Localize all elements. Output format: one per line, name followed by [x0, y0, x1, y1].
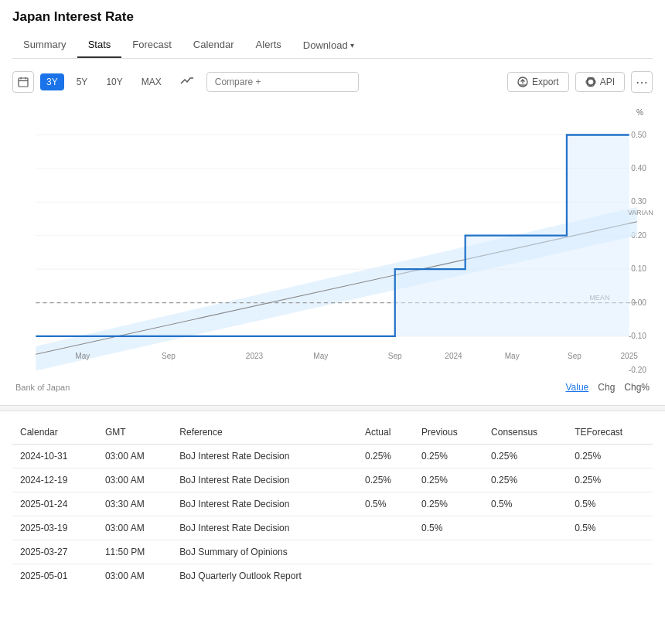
cell-previous: 0.25% [414, 492, 483, 516]
svg-text:0.40: 0.40 [631, 164, 646, 172]
cell-actual [357, 516, 414, 540]
svg-text:0.50: 0.50 [631, 130, 646, 138]
col-header-reference: Reference [172, 421, 357, 445]
svg-text:May: May [505, 351, 520, 359]
value-tab[interactable]: Value [565, 382, 588, 393]
tab-stats[interactable]: Stats [77, 32, 122, 58]
cell-calendar: 2024-10-31 [12, 445, 97, 469]
range-max[interactable]: MAX [135, 73, 168, 90]
cell-consensus [483, 540, 567, 564]
data-table: Calendar GMT Reference Actual Previous C… [12, 421, 653, 588]
svg-rect-0 [19, 78, 28, 87]
svg-text:0.30: 0.30 [631, 197, 646, 206]
cell-teforecast: 0.5% [567, 492, 653, 516]
page-title: Japan Interest Rate [12, 9, 653, 25]
cell-teforecast: 0.5% [567, 516, 653, 540]
api-button[interactable]: API [575, 72, 625, 92]
cell-actual: 0.5% [357, 492, 414, 516]
svg-text:2024: 2024 [445, 351, 462, 359]
table-row[interactable]: 2025-03-2711:50 PMBoJ Summary of Opinion… [12, 540, 653, 564]
cell-calendar: 2025-01-24 [12, 492, 97, 516]
cell-gmt: 03:00 AM [97, 564, 172, 588]
cell-calendar: 2025-03-27 [12, 540, 97, 564]
tab-alerts[interactable]: Alerts [245, 32, 292, 58]
cell-consensus: 0.25% [483, 469, 567, 492]
cell-previous: 0.25% [414, 469, 483, 492]
cell-reference: BoJ Interest Rate Decision [172, 492, 357, 516]
range-10y[interactable]: 10Y [100, 73, 128, 90]
chart-source-row: Bank of Japan Value Chg Chg% [12, 382, 653, 393]
cell-actual: 0.25% [357, 445, 414, 469]
cell-gmt: 03:00 AM [97, 469, 172, 492]
cell-actual: 0.25% [357, 469, 414, 492]
calendar-icon[interactable] [12, 71, 34, 93]
svg-text:2023: 2023 [246, 351, 264, 359]
cell-consensus: 0.5% [483, 492, 567, 516]
tab-calendar[interactable]: Calendar [182, 32, 245, 58]
cell-teforecast: 0.25% [567, 445, 653, 469]
svg-text:May: May [75, 351, 90, 359]
export-label: Export [532, 77, 559, 87]
cell-previous [414, 564, 483, 588]
cell-consensus [483, 564, 567, 588]
api-label: API [600, 77, 615, 87]
chart-area: % 0.50 0.40 0.30 0.20 0.10 0.00 -0.10 -0… [12, 101, 653, 379]
cell-previous: 0.25% [414, 445, 483, 469]
chart-type-button[interactable] [174, 73, 200, 92]
svg-text:VARIANCE: VARIANCE [628, 209, 653, 216]
compare-input[interactable] [206, 72, 360, 92]
cell-calendar: 2025-05-01 [12, 564, 97, 588]
divider [0, 405, 665, 411]
range-5y[interactable]: 5Y [70, 73, 94, 90]
svg-text:%: % [636, 108, 643, 117]
chart-value-tabs: Value Chg Chg% [565, 382, 650, 393]
cell-previous: 0.5% [414, 516, 483, 540]
col-header-calendar: Calendar [12, 421, 97, 445]
range-3y[interactable]: 3Y [40, 73, 64, 90]
chart-source: Bank of Japan [15, 383, 70, 392]
table-row[interactable]: 2024-10-3103:00 AMBoJ Interest Rate Deci… [12, 445, 653, 469]
svg-text:-0.20: -0.20 [629, 365, 646, 373]
chart-svg: % 0.50 0.40 0.30 0.20 0.10 0.00 -0.10 -0… [12, 101, 653, 379]
cell-reference: BoJ Interest Rate Decision [172, 516, 357, 540]
export-button[interactable]: Export [507, 72, 569, 92]
cell-gmt: 03:30 AM [97, 492, 172, 516]
svg-point-9 [585, 77, 595, 87]
svg-text:0.10: 0.10 [631, 264, 646, 273]
tab-forecast[interactable]: Forecast [121, 32, 182, 58]
table-header-row: Calendar GMT Reference Actual Previous C… [12, 421, 653, 445]
tab-download[interactable]: Download [292, 33, 365, 57]
chg-tab[interactable]: Chg [598, 382, 615, 393]
cell-reference: BoJ Summary of Opinions [172, 540, 357, 564]
col-header-actual: Actual [357, 421, 414, 445]
chgpct-tab[interactable]: Chg% [624, 382, 650, 393]
svg-text:Sep: Sep [568, 351, 581, 359]
svg-text:Sep: Sep [162, 351, 176, 359]
cell-calendar: 2024-12-19 [12, 469, 97, 492]
col-header-previous: Previous [414, 421, 483, 445]
tab-summary[interactable]: Summary [12, 32, 77, 58]
cell-teforecast: 0.25% [567, 469, 653, 492]
table-row[interactable]: 2025-05-0103:00 AMBoJ Quarterly Outlook … [12, 564, 653, 588]
table-row[interactable]: 2025-03-1903:00 AMBoJ Interest Rate Deci… [12, 516, 653, 540]
cell-gmt: 11:50 PM [97, 540, 172, 564]
col-header-gmt: GMT [97, 421, 172, 445]
svg-text:-0.10: -0.10 [629, 332, 646, 340]
svg-text:Sep: Sep [388, 351, 402, 359]
cell-gmt: 03:00 AM [97, 516, 172, 540]
cell-teforecast [567, 540, 653, 564]
cell-calendar: 2025-03-19 [12, 516, 97, 540]
cell-consensus: 0.25% [483, 445, 567, 469]
cell-actual [357, 564, 414, 588]
col-header-teforecast: TEForecast [567, 421, 653, 445]
cell-reference: BoJ Interest Rate Decision [172, 469, 357, 492]
chart-controls: 3Y 5Y 10Y MAX Export API [12, 66, 653, 97]
cell-consensus [483, 516, 567, 540]
tab-bar: Summary Stats Forecast Calendar Alerts D… [12, 32, 653, 59]
table-row[interactable]: 2024-12-1903:00 AMBoJ Interest Rate Deci… [12, 469, 653, 492]
cell-gmt: 03:00 AM [97, 445, 172, 469]
more-button[interactable]: ⋯ [631, 71, 653, 93]
cell-actual [357, 540, 414, 564]
cell-reference: BoJ Interest Rate Decision [172, 445, 357, 469]
table-row[interactable]: 2025-01-2403:30 AMBoJ Interest Rate Deci… [12, 492, 653, 516]
